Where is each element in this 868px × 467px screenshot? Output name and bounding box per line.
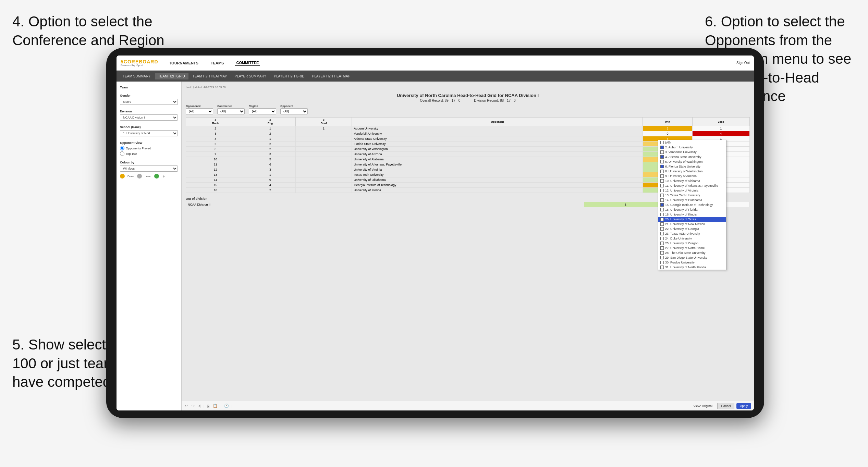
toolbar-redo[interactable]: ↪	[191, 404, 195, 408]
filter-opponents: Opponents: (All)	[186, 105, 213, 114]
cell-opponent: Texas Tech University	[352, 172, 643, 177]
checkbox-icon	[660, 194, 664, 197]
dropdown-item[interactable]: 30. Purdue University	[658, 260, 726, 265]
nav-teams[interactable]: TEAMS	[209, 60, 225, 66]
division-select[interactable]: NCAA Division I	[120, 114, 178, 121]
subnav-h2h-grid[interactable]: TEAM H2H GRID	[155, 73, 188, 79]
th-conf: #Conf	[295, 118, 352, 126]
opponents-select[interactable]: (All)	[186, 108, 213, 114]
dropdown-item[interactable]: 9. University of Arizona	[658, 174, 726, 179]
dropdown-item[interactable]: 28. The Ohio State University	[658, 250, 726, 255]
toolbar-copy[interactable]: ⎘	[206, 404, 210, 408]
conference-select[interactable]: (All)	[217, 108, 245, 114]
school-select[interactable]: 1. University of Nort...	[120, 130, 178, 136]
checkbox-icon	[660, 232, 664, 235]
division-name: NCAA Division II	[186, 202, 584, 207]
radio-group: Opponents Played Top 100	[120, 146, 178, 156]
checkbox-icon	[660, 222, 664, 226]
dropdown-item[interactable]: 22. University of Georgia	[658, 226, 726, 231]
opponent-select[interactable]: (All)	[280, 108, 308, 114]
dropdown-item[interactable]: 24. Duke University	[658, 236, 726, 241]
region-select[interactable]: (All)	[249, 108, 276, 114]
toolbar-clock[interactable]: 🕐	[223, 404, 230, 408]
nav-signout[interactable]: Sign Out	[736, 61, 750, 65]
nav-tournaments[interactable]: TOURNAMENTS	[168, 60, 200, 66]
dropdown-item[interactable]: 21. University of New Mexico	[658, 222, 726, 226]
dropdown-item[interactable]: 3. Vanderbilt University	[658, 150, 726, 155]
opponent-dropdown[interactable]: (All)2. Auburn University3. Vanderbilt U…	[658, 140, 726, 270]
dropdown-item[interactable]: 4. Arizona State University	[658, 155, 726, 159]
dropdown-item-label: 22. University of Georgia	[665, 227, 699, 231]
subnav-h2h-heatmap[interactable]: TEAM H2H HEATMAP	[189, 73, 231, 79]
checkbox-icon	[660, 198, 664, 202]
checkbox-icon	[660, 261, 664, 264]
cell-opponent: University of Virginia	[352, 167, 643, 172]
dropdown-item[interactable]: 13. Texas Tech University	[658, 193, 726, 198]
cell-conf	[295, 136, 352, 142]
checkbox-icon	[660, 208, 664, 211]
dropdown-item[interactable]: 20. University of Texas	[658, 217, 726, 222]
dropdown-item[interactable]: 25. University of Oregon	[658, 241, 726, 246]
dropdown-item[interactable]: 29. San Diego State University	[658, 255, 726, 260]
colour-select[interactable]: Win/loss	[120, 165, 178, 172]
dropdown-item[interactable]: (All)	[658, 140, 726, 145]
cell-conf	[295, 172, 352, 177]
filter-region: Region (All)	[249, 105, 276, 114]
school-section: School (Rank) 1. University of Nort...	[120, 125, 178, 136]
tablet-screen: 5COREBOARD Powered by iSport TOURNAMENTS…	[117, 56, 754, 410]
cell-win: 2	[643, 126, 692, 131]
dropdown-item[interactable]: 16. University of Florida	[658, 207, 726, 212]
dropdown-item-label: 18. University of Illinois	[665, 213, 697, 216]
dropdown-item[interactable]: 27. University of Notre Dame	[658, 246, 726, 250]
nav-committee[interactable]: COMMITTEE	[235, 60, 260, 66]
toolbar-back[interactable]: ◁	[197, 404, 201, 408]
logo-sub: Powered by iSport	[121, 64, 158, 67]
dropdown-item-label: 13. Texas Tech University	[665, 194, 700, 197]
toolbar-paste[interactable]: 📋	[212, 404, 218, 408]
gender-select[interactable]: Men's	[120, 99, 178, 105]
dropdown-item-label: 20. University of Texas	[665, 218, 696, 221]
subnav-player-h2h-grid[interactable]: PLAYER H2H GRID	[270, 73, 308, 79]
dropdown-item[interactable]: 11. University of Arkansas, Fayetteville	[658, 183, 726, 188]
cancel-button[interactable]: Cancel	[717, 403, 734, 409]
dropdown-item[interactable]: 10. University of Alabama	[658, 179, 726, 183]
cell-rank: 12	[186, 167, 245, 172]
subnav-team-summary[interactable]: TEAM SUMMARY	[119, 73, 154, 79]
cell-opponent: University of Florida	[352, 188, 643, 193]
cell-opponent: University of Arizona	[352, 152, 643, 157]
checkbox-icon	[660, 256, 664, 259]
cell-opponent: University of Arkansas, Fayetteville	[352, 162, 643, 167]
report-records: Overall Record: 89 - 17 - 0 Division Rec…	[186, 99, 750, 102]
dropdown-item[interactable]: 15. Georgia Institute of Technology	[658, 202, 726, 207]
checkbox-icon	[660, 227, 664, 231]
region-label: Region	[249, 105, 276, 108]
dropdown-item-label: 25. University of Oregon	[665, 242, 698, 245]
dropdown-item[interactable]: 23. Texas A&M University	[658, 231, 726, 236]
dropdown-item[interactable]: 31. University of North Florida	[658, 265, 726, 270]
cell-conf	[295, 142, 352, 147]
dropdown-item[interactable]: 5. University of Washington	[658, 159, 726, 164]
colour-label-up: Up	[162, 175, 165, 178]
toolbar-undo[interactable]: ↩	[184, 404, 189, 408]
subnav-player-h2h-heatmap[interactable]: PLAYER H2H HEATMAP	[309, 73, 354, 79]
checkbox-icon	[660, 218, 664, 221]
subnav-player-summary[interactable]: PLAYER SUMMARY	[231, 73, 270, 79]
dropdown-item[interactable]: 12. University of Virginia	[658, 188, 726, 193]
cell-opponent: Georgia Institute of Technology	[352, 183, 643, 188]
cell-rank: 3	[186, 131, 245, 136]
cell-reg: 1	[245, 136, 295, 142]
cell-reg: 1	[245, 172, 295, 177]
dropdown-item[interactable]: 2. Auburn University	[658, 145, 726, 150]
dropdown-item[interactable]: 6. Florida State University	[658, 164, 726, 169]
radio-opponents-played[interactable]: Opponents Played	[120, 146, 178, 150]
cell-reg: 1	[245, 126, 295, 131]
radio-top100[interactable]: Top 100	[120, 151, 178, 156]
dropdown-item[interactable]: 14. University of Oklahoma	[658, 198, 726, 202]
checkbox-icon	[660, 170, 664, 173]
bottom-toolbar: ↩ ↪ ◁ | ⎘ 📋 | 🕐 | View: Original | Cance…	[182, 401, 754, 410]
logo: 5COREBOARD Powered by iSport	[121, 59, 158, 67]
apply-button[interactable]: Apply	[736, 403, 751, 409]
dropdown-item[interactable]: 18. University of Illinois	[658, 212, 726, 217]
annotation-1-text: 4. Option to select the Conference and R…	[12, 13, 164, 48]
dropdown-item[interactable]: 8. University of Washington	[658, 169, 726, 174]
